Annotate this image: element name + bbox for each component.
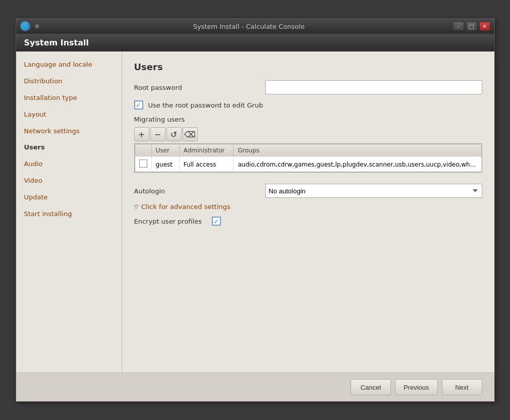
sidebar-item-installation-type[interactable]: Installation type — [16, 90, 122, 107]
grub-checkbox-row: Use the root password to edit Grub — [134, 100, 482, 110]
pin-icon: ✳ — [34, 22, 40, 30]
page-title: Users — [134, 62, 482, 72]
minus-icon: − — [154, 130, 161, 139]
th-user: User — [151, 144, 179, 157]
encrypt-row: Encrypt user profiles — [134, 217, 482, 226]
sidebar-item-network-settings[interactable]: Network settings — [16, 123, 122, 140]
main-content: Users Root password Use the root passwor… — [122, 51, 494, 373]
autologin-label: Autologin — [134, 187, 265, 195]
sidebar-item-users[interactable]: Users — [16, 139, 122, 156]
plus-icon: + — [138, 130, 145, 139]
sidebar-item-distribution[interactable]: Distribution — [16, 73, 122, 90]
sidebar-item-language-and-locale[interactable]: Language and locale — [16, 57, 122, 73]
previous-button[interactable]: Previous — [395, 379, 438, 395]
titlebar-controls: – □ ✕ — [453, 22, 490, 31]
table-row[interactable]: guest Full access audio,cdrom,cdrw,games… — [135, 157, 481, 172]
clear-button[interactable]: ⌫ — [183, 127, 198, 141]
footer: Cancel Previous Next — [16, 373, 494, 401]
row-user: guest — [151, 157, 179, 172]
sidebar-item-video[interactable]: Video — [16, 173, 122, 189]
user-table-wrapper: User Administrator Groups guest Full acc… — [134, 143, 482, 173]
sidebar: Language and locale Distribution Install… — [16, 51, 122, 373]
titlebar-icons: 🌐 ✳ — [20, 21, 40, 31]
window-title: System Install - Calculate Console — [45, 23, 452, 30]
grub-checkbox-label: Use the root password to edit Grub — [148, 101, 263, 109]
sidebar-item-audio[interactable]: Audio — [16, 156, 122, 173]
grub-checkbox[interactable] — [134, 100, 143, 110]
users-toolbar: + − ↺ ⌫ — [134, 127, 482, 141]
add-user-button[interactable]: + — [134, 127, 149, 141]
root-password-label: Root password — [134, 84, 265, 91]
maximize-button[interactable]: □ — [466, 22, 477, 31]
globe-icon: 🌐 — [20, 21, 30, 31]
row-groups: audio,cdrom,cdrw,games,guest,lp,plugdev,… — [234, 157, 481, 172]
root-password-input[interactable] — [265, 80, 482, 94]
cancel-button[interactable]: Cancel — [351, 379, 391, 395]
reset-button[interactable]: ↺ — [166, 127, 182, 141]
close-button[interactable]: ✕ — [479, 22, 490, 31]
root-password-row: Root password — [134, 80, 482, 94]
titlebar: 🌐 ✳ System Install - Calculate Console –… — [16, 19, 494, 34]
th-checkbox — [135, 144, 151, 157]
main-window: 🌐 ✳ System Install - Calculate Console –… — [16, 18, 495, 402]
table-header-row: User Administrator Groups — [135, 144, 481, 157]
remove-user-button[interactable]: − — [150, 127, 165, 141]
row-checkbox[interactable] — [139, 160, 147, 168]
th-groups: Groups — [234, 144, 481, 157]
app-title: System Install — [24, 38, 89, 47]
clear-icon: ⌫ — [184, 130, 196, 139]
encrypt-checkbox[interactable] — [212, 217, 221, 226]
app-header: System Install — [16, 34, 494, 51]
advanced-settings-label: Click for advanced settings — [141, 203, 231, 211]
migrating-users-label: Migrating users — [134, 116, 482, 123]
user-table: User Administrator Groups guest Full acc… — [135, 144, 482, 172]
encrypt-label: Encrypt user profiles — [134, 218, 202, 225]
autologin-select[interactable]: No autologin — [265, 184, 482, 198]
minimize-button[interactable]: – — [453, 22, 464, 31]
advanced-settings-toggle[interactable]: ▽ Click for advanced settings — [134, 203, 482, 211]
autologin-row: Autologin No autologin — [134, 184, 482, 198]
sidebar-item-layout[interactable]: Layout — [16, 107, 122, 123]
row-administrator: Full access — [179, 157, 234, 172]
sidebar-item-start-installing[interactable]: Start installing — [16, 206, 122, 223]
th-administrator: Administrator — [179, 144, 234, 157]
reset-icon: ↺ — [171, 130, 177, 139]
triangle-icon: ▽ — [134, 203, 138, 210]
app-body: Language and locale Distribution Install… — [16, 51, 494, 373]
sidebar-item-update[interactable]: Update — [16, 189, 122, 206]
row-checkbox-cell[interactable] — [135, 157, 151, 172]
next-button[interactable]: Next — [442, 379, 482, 395]
